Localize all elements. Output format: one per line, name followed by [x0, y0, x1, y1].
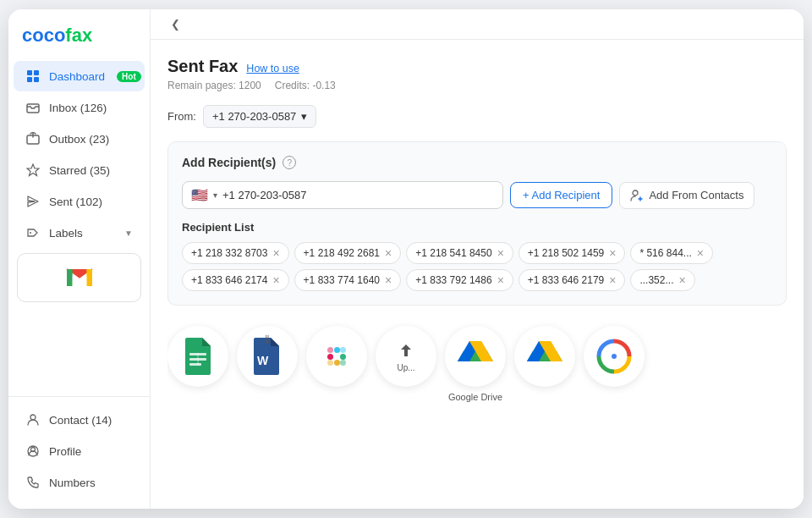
sidebar-item-inbox[interactable]: Inbox (126): [14, 92, 145, 123]
recipient-tag: +1 218 541 8450 ×: [406, 242, 513, 264]
from-dropdown-chevron-icon: ▾: [301, 110, 307, 123]
recipient-tag: +1 218 502 1459 ×: [518, 242, 626, 264]
recipient-tag: * 516 844... ×: [630, 242, 713, 264]
cocofax-icon: [595, 338, 633, 375]
svg-text:W: W: [257, 354, 269, 367]
tag-remove-icon[interactable]: ×: [385, 274, 392, 286]
slack-circle: [306, 326, 367, 387]
tag-remove-icon[interactable]: ×: [697, 247, 704, 259]
help-icon[interactable]: ?: [283, 156, 296, 169]
inbox-icon: [25, 100, 41, 115]
svg-rect-1: [34, 70, 39, 75]
gmail-integration-card[interactable]: [17, 253, 141, 302]
svg-point-11: [30, 415, 36, 420]
google-drive-icon: [458, 341, 493, 372]
svg-rect-17: [189, 363, 201, 366]
label-icon: [25, 225, 41, 240]
profile-icon: [25, 444, 41, 459]
credits: Credits: -0.13: [275, 80, 336, 91]
tag-remove-icon[interactable]: ×: [272, 247, 279, 259]
sidebar-item-numbers-label: Numbers: [49, 477, 96, 489]
sidebar-item-dashboard-label: Dashboard: [49, 70, 105, 83]
top-bar: ❮: [151, 9, 804, 40]
svg-point-7: [30, 232, 31, 234]
word-circle: ⇓ W: [237, 326, 298, 387]
content-area: Sent Fax How to use Remain pages: 1200 C…: [151, 40, 804, 509]
recipient-header: Add Recipient(s) ?: [182, 156, 772, 169]
tag-remove-icon[interactable]: ×: [272, 274, 279, 286]
recipient-tag: +1 218 332 8703 ×: [182, 242, 289, 264]
sidebar-item-profile[interactable]: Profile: [14, 436, 145, 466]
how-to-use-link[interactable]: How to use: [246, 63, 299, 74]
integration-upload[interactable]: Up...: [376, 326, 436, 402]
integration-cocofax[interactable]: [584, 326, 645, 402]
recipient-tag: +1 833 646 2179 ×: [518, 269, 626, 291]
sidebar-item-contact-label: Contact (14): [49, 414, 112, 427]
google-drive-label: Google Drive: [448, 392, 502, 402]
from-number-value: +1 270-203-0587: [212, 110, 296, 123]
tag-remove-icon[interactable]: ×: [497, 274, 504, 286]
flag-icon: 🇺🇸: [191, 187, 208, 203]
integration-google-drive-2[interactable]: [514, 326, 575, 402]
add-from-contacts-button[interactable]: Add From Contacts: [619, 182, 754, 209]
integration-google-drive[interactable]: Google Drive: [445, 326, 506, 402]
flag-dropdown-chevron-icon: ▾: [213, 190, 217, 200]
google-sheets-circle: [167, 326, 228, 387]
svg-rect-21: [334, 347, 340, 353]
logo-area: cocofax: [8, 9, 150, 60]
tag-remove-icon[interactable]: ×: [385, 247, 392, 259]
tag-remove-icon[interactable]: ×: [497, 247, 504, 259]
svg-rect-10: [86, 269, 92, 286]
recipient-tag: +1 833 774 1640 ×: [294, 269, 402, 291]
nav-items: Dashboard Hot Inbox (126): [8, 60, 150, 396]
sidebar-item-dashboard[interactable]: Dashboard Hot: [14, 61, 145, 91]
svg-marker-6: [27, 164, 39, 176]
tag-remove-icon[interactable]: ×: [609, 247, 616, 259]
sidebar-item-starred[interactable]: Starred (35): [14, 155, 145, 185]
logo-part1: coco: [22, 25, 65, 46]
recipient-section: Add Recipient(s) ? 🇺🇸 ▾ + Add Recipient: [167, 141, 787, 306]
cocofax-circle: [584, 326, 645, 387]
svg-rect-22: [340, 354, 346, 360]
integration-slack[interactable]: [306, 326, 367, 402]
svg-rect-27: [327, 360, 333, 366]
remain-pages: Remain pages: 1200: [167, 80, 261, 91]
recipient-list-label: Recipient List: [182, 221, 772, 234]
tag-remove-icon[interactable]: ×: [609, 274, 616, 286]
upload-circle: Up...: [376, 326, 436, 387]
from-number-dropdown[interactable]: +1 270-203-0587 ▾: [203, 105, 316, 128]
integration-word[interactable]: ⇓ W: [237, 326, 298, 402]
page-title: Sent Fax: [167, 57, 238, 76]
recipient-tag: +1 833 646 2174 ×: [182, 269, 289, 291]
sidebar-item-sent[interactable]: Sent (102): [14, 186, 145, 217]
sidebar-item-contact[interactable]: Contact (14): [14, 405, 145, 435]
phone-input[interactable]: [222, 189, 494, 201]
phone-icon: [25, 475, 41, 490]
dashboard-badge: Hot: [117, 71, 141, 82]
sidebar-item-outbox-label: Outbox (23): [49, 133, 109, 146]
svg-rect-2: [27, 77, 32, 82]
sidebar-item-profile-label: Profile: [49, 445, 81, 458]
slack-icon: [320, 339, 354, 373]
grid-icon: [25, 69, 41, 84]
from-label: From:: [167, 110, 196, 123]
sidebar-item-inbox-label: Inbox (126): [49, 102, 107, 114]
sidebar-item-numbers[interactable]: Numbers: [14, 467, 145, 498]
svg-rect-26: [340, 360, 346, 366]
word-icon: ⇓ W: [252, 338, 283, 375]
svg-point-14: [633, 190, 638, 196]
person-add-icon: [630, 189, 644, 202]
google-drive-2-circle: [514, 326, 575, 387]
sidebar-item-labels[interactable]: Labels ▼: [14, 218, 145, 248]
sidebar-item-outbox[interactable]: Outbox (23): [14, 124, 145, 154]
integration-google-sheets[interactable]: [167, 326, 228, 402]
logo-part2: fax: [65, 25, 92, 46]
collapse-button[interactable]: ❮: [164, 14, 187, 34]
sidebar-item-labels-label: Labels: [49, 227, 83, 240]
svg-rect-3: [34, 77, 39, 82]
svg-rect-0: [27, 70, 32, 75]
tag-remove-icon[interactable]: ×: [678, 274, 685, 286]
svg-rect-24: [327, 347, 333, 353]
add-recipient-button[interactable]: + Add Recipient: [510, 182, 612, 208]
recipient-input-row: 🇺🇸 ▾ + Add Recipient A: [182, 181, 772, 209]
